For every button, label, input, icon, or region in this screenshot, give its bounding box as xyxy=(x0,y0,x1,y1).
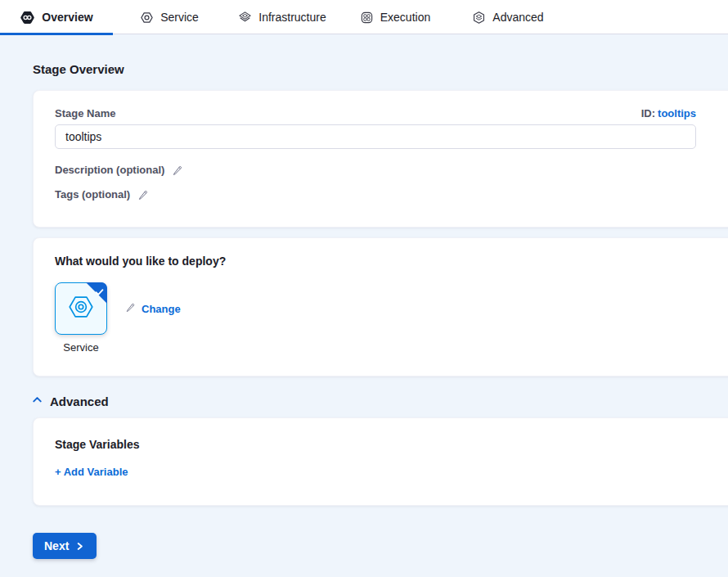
stage-name-label: Stage Name xyxy=(55,107,115,119)
tab-infrastructure-label: Infrastructure xyxy=(258,11,326,24)
change-deploy-type-link[interactable]: Change xyxy=(125,302,181,315)
stage-tabbar: Overview Service Infrastructure xyxy=(0,0,728,34)
tags-label: Tags (optional) xyxy=(55,188,130,201)
description-edit[interactable]: Description (optional) xyxy=(55,164,726,176)
tab-service[interactable]: Service xyxy=(113,0,226,34)
stage-overview-card: Stage Name ID:tooltips Description (opti… xyxy=(33,90,728,228)
tab-service-label: Service xyxy=(160,11,199,24)
tab-advanced[interactable]: Advanced xyxy=(452,0,564,34)
change-label: Change xyxy=(142,303,181,315)
pencil-icon xyxy=(137,189,149,201)
stage-variables-title: Stage Variables xyxy=(55,438,726,451)
check-icon xyxy=(95,286,104,300)
deploy-options-row: Service Change xyxy=(55,282,726,354)
advanced-icon xyxy=(472,11,486,25)
overview-icon xyxy=(20,10,35,25)
next-button[interactable]: Next xyxy=(33,533,97,559)
stage-config-screen: Overview Service Infrastructure xyxy=(0,0,728,577)
description-label: Description (optional) xyxy=(55,164,164,176)
tab-advanced-label: Advanced xyxy=(492,11,543,24)
chevron-up-icon xyxy=(31,394,43,409)
advanced-section-toggle[interactable]: Advanced xyxy=(31,394,109,409)
page-title: Stage Overview xyxy=(33,62,124,76)
stage-id-value-link[interactable]: tooltips xyxy=(658,107,696,119)
tab-infrastructure[interactable]: Infrastructure xyxy=(226,0,339,34)
infrastructure-icon xyxy=(238,11,252,25)
stage-name-input[interactable] xyxy=(55,124,696,149)
deploy-type-card: What would you like to deploy? xyxy=(33,237,728,376)
stage-id-label: ID: xyxy=(641,107,655,119)
advanced-section-title: Advanced xyxy=(50,394,109,408)
add-variable-link[interactable]: + Add Variable xyxy=(55,466,128,478)
deploy-tile-column: Service xyxy=(55,282,107,354)
service-tile-selected[interactable] xyxy=(55,282,107,335)
tab-overview[interactable]: Overview xyxy=(0,0,113,34)
stage-variables-card: Stage Variables + Add Variable xyxy=(33,417,728,506)
tab-execution[interactable]: Execution xyxy=(339,0,452,34)
change-link-wrap: Change xyxy=(125,282,181,335)
stage-name-row: Stage Name ID:tooltips xyxy=(55,107,696,119)
service-tile-label: Service xyxy=(63,341,98,354)
stage-id: ID:tooltips xyxy=(641,107,696,119)
pencil-icon xyxy=(172,165,183,176)
pencil-icon xyxy=(125,302,136,315)
execution-icon xyxy=(360,11,374,25)
tab-execution-label: Execution xyxy=(380,11,430,24)
tab-overview-label: Overview xyxy=(42,11,92,24)
chevron-right-icon xyxy=(74,541,85,552)
deploy-question: What would you like to deploy? xyxy=(55,255,726,268)
service-icon xyxy=(140,11,154,25)
tags-edit[interactable]: Tags (optional) xyxy=(55,188,726,201)
next-button-label: Next xyxy=(44,539,69,552)
